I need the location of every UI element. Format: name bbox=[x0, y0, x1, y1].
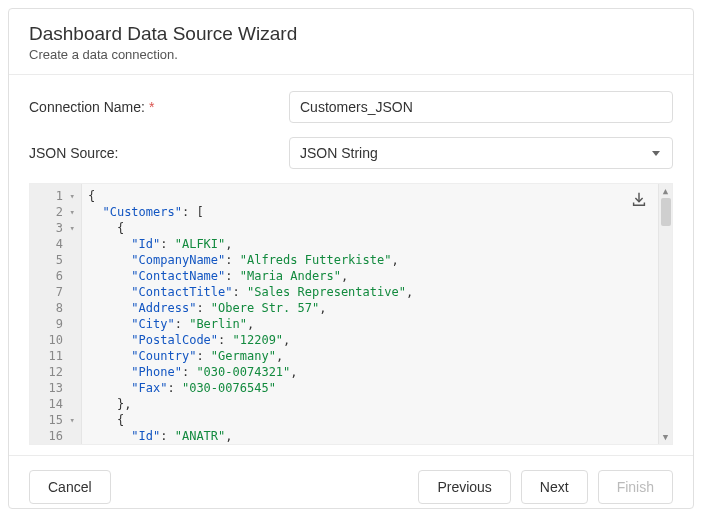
wizard-header: Dashboard Data Source Wizard Create a da… bbox=[9, 9, 693, 75]
code-line: "Country": "Germany", bbox=[88, 348, 652, 364]
json-source-label: JSON Source: bbox=[29, 145, 289, 161]
editor-code[interactable]: { "Customers": [ { "Id": "ALFKI", "Compa… bbox=[82, 184, 658, 444]
code-line: { bbox=[88, 220, 652, 236]
line-number: 15▾ bbox=[34, 412, 75, 428]
wizard-body: Connection Name:* JSON Source: JSON Stri… bbox=[9, 75, 693, 455]
editor-scrollbar[interactable]: ▲ ▼ bbox=[658, 184, 672, 444]
line-number: 11 bbox=[34, 348, 75, 364]
chevron-down-icon bbox=[652, 151, 660, 156]
json-source-row: JSON Source: JSON String bbox=[29, 137, 673, 169]
connection-row: Connection Name:* bbox=[29, 91, 673, 123]
connection-name-label-text: Connection Name: bbox=[29, 99, 145, 115]
code-line: "Id": "ANATR", bbox=[88, 428, 652, 444]
editor-gutter: 1▾2▾3▾456789101112131415▾16 bbox=[30, 184, 82, 444]
code-line: "Phone": "030-0074321", bbox=[88, 364, 652, 380]
code-line: "Fax": "030-0076545" bbox=[88, 380, 652, 396]
json-editor[interactable]: 1▾2▾3▾456789101112131415▾16 { "Customers… bbox=[29, 183, 673, 445]
code-line: { bbox=[88, 412, 652, 428]
code-line: "City": "Berlin", bbox=[88, 316, 652, 332]
line-number: 14 bbox=[34, 396, 75, 412]
scroll-down-icon[interactable]: ▼ bbox=[659, 430, 672, 444]
required-asterisk: * bbox=[149, 99, 154, 115]
wizard-subtitle: Create a data connection. bbox=[29, 47, 673, 62]
code-line: "CompanyName": "Alfreds Futterkiste", bbox=[88, 252, 652, 268]
line-number: 7 bbox=[34, 284, 75, 300]
code-line: "PostalCode": "12209", bbox=[88, 332, 652, 348]
line-number: 3▾ bbox=[34, 220, 75, 236]
next-button[interactable]: Next bbox=[521, 470, 588, 504]
line-number: 13 bbox=[34, 380, 75, 396]
line-number: 16 bbox=[34, 428, 75, 444]
connection-name-input[interactable] bbox=[289, 91, 673, 123]
code-line: "Address": "Obere Str. 57", bbox=[88, 300, 652, 316]
line-number: 2▾ bbox=[34, 204, 75, 220]
line-number: 9 bbox=[34, 316, 75, 332]
code-line: { bbox=[88, 188, 652, 204]
code-line: "ContactName": "Maria Anders", bbox=[88, 268, 652, 284]
import-icon[interactable] bbox=[630, 190, 650, 210]
code-line: "ContactTitle": "Sales Representative", bbox=[88, 284, 652, 300]
json-source-value: JSON String bbox=[300, 145, 378, 161]
json-source-select[interactable]: JSON String bbox=[289, 137, 673, 169]
line-number: 5 bbox=[34, 252, 75, 268]
code-line: "Customers": [ bbox=[88, 204, 652, 220]
wizard-title: Dashboard Data Source Wizard bbox=[29, 23, 673, 45]
finish-button: Finish bbox=[598, 470, 673, 504]
code-line: }, bbox=[88, 396, 652, 412]
code-line: "Id": "ALFKI", bbox=[88, 236, 652, 252]
scroll-thumb[interactable] bbox=[661, 198, 671, 226]
line-number: 4 bbox=[34, 236, 75, 252]
line-number: 1▾ bbox=[34, 188, 75, 204]
line-number: 8 bbox=[34, 300, 75, 316]
previous-button[interactable]: Previous bbox=[418, 470, 510, 504]
line-number: 12 bbox=[34, 364, 75, 380]
cancel-button[interactable]: Cancel bbox=[29, 470, 111, 504]
line-number: 10 bbox=[34, 332, 75, 348]
connection-name-label: Connection Name:* bbox=[29, 99, 289, 115]
scroll-up-icon[interactable]: ▲ bbox=[659, 184, 672, 198]
line-number: 6 bbox=[34, 268, 75, 284]
wizard-footer: Cancel Previous Next Finish bbox=[9, 455, 693, 517]
wizard-dialog: Dashboard Data Source Wizard Create a da… bbox=[8, 8, 694, 509]
